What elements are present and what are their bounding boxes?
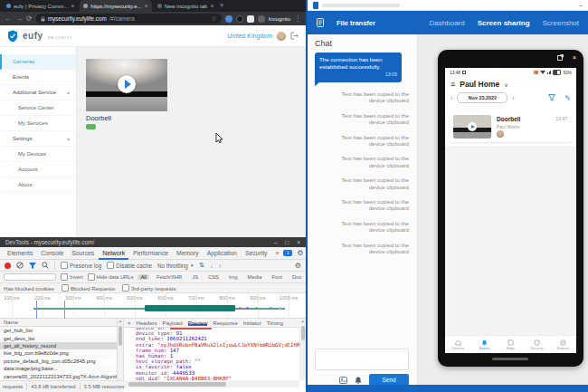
invert-checkbox[interactable]: Invert (61, 273, 83, 281)
camera-thumbnail[interactable] (86, 59, 167, 111)
edit-icon[interactable]: ✎ (564, 94, 571, 102)
detail-tab-headers[interactable]: Headers (137, 320, 157, 326)
detail-scrollbar[interactable]: ▲ (299, 319, 306, 380)
phone-tab-events[interactable]: Events (471, 336, 498, 353)
blocked-requests-checkbox[interactable]: Blocked Requests (62, 284, 115, 292)
phone-tab-edge[interactable]: Edge (498, 336, 524, 353)
detail-tab-preview[interactable]: Preview (188, 320, 208, 326)
prev-day-icon[interactable]: ‹ (450, 95, 452, 101)
preserve-log-checkbox[interactable]: Preserve log (61, 262, 101, 269)
date-pill[interactable]: Nov 23,2022 (457, 92, 507, 103)
filter-type-all[interactable]: All (138, 274, 148, 280)
nav-screen-sharing[interactable]: Screen sharing (478, 19, 530, 27)
file-transfer-button[interactable]: File transfer (337, 19, 375, 27)
filter-input[interactable] (4, 273, 56, 281)
reload-icon[interactable]: ⟳ (26, 12, 33, 25)
event-thumbnail[interactable] (453, 115, 491, 139)
request-row[interactable]: picture_default_big_con.d05c2845.png (0, 358, 117, 365)
phone-tab-explore[interactable]: Explore (550, 336, 576, 353)
network-overview-timeline[interactable]: 100 ms 200 ms 300 ms 400 ms 500 ms 600 m… (0, 293, 306, 319)
request-row-selected[interactable]: get_all_history_record (0, 342, 117, 349)
tab-close-icon[interactable]: × (210, 3, 213, 9)
network-settings-gear-icon[interactable]: ⚙ (295, 262, 301, 270)
settings-gear-icon[interactable]: ⚙ (297, 249, 303, 257)
record-icon[interactable] (5, 263, 11, 269)
sidebar-item-events[interactable]: Events (0, 70, 76, 85)
devtools-tab-network[interactable]: Network (99, 247, 128, 260)
devtools-tab-security[interactable]: Security (242, 247, 271, 260)
home-title[interactable]: Paul Home (460, 80, 499, 89)
search-icon[interactable] (42, 262, 49, 269)
bookmark-star-icon[interactable]: ☆ (211, 15, 216, 23)
network-conditions-icon[interactable]: ⇅ (199, 262, 204, 269)
address-bar[interactable]: mysecurity.eufylife.com /#/camera ☆ (36, 14, 222, 24)
close-icon[interactable]: × (297, 239, 300, 245)
devtools-tab-elements[interactable]: Elements (4, 247, 36, 260)
next-day-icon[interactable]: › (512, 95, 514, 101)
issues-badge[interactable]: 1 (283, 250, 292, 256)
browser-tab-privacy[interactable]: eufy | Privacy Comm... × (3, 0, 78, 12)
devtools-tab-sources[interactable]: Sources (68, 247, 98, 260)
sidebar-item-additional-service[interactable]: Additional Service▲ (0, 85, 76, 100)
filter-type-img[interactable]: Img (226, 274, 241, 280)
mirrored-phone[interactable]: × 13:48 63% ≡ Paul Home ∨ (438, 50, 583, 367)
sidebar-item-cameras[interactable]: Cameras (0, 54, 76, 70)
account-avatar[interactable] (277, 32, 286, 41)
tab-close-icon[interactable]: × (145, 3, 148, 9)
forward-icon[interactable]: → (15, 12, 23, 25)
filter-type-media[interactable]: Media (245, 274, 265, 280)
devtools-tab-memory[interactable]: Memory (173, 247, 203, 260)
sidebar-item-my-devices[interactable]: My Devices (0, 147, 76, 162)
request-row[interactable]: get_devs_list (0, 334, 117, 341)
event-card[interactable]: Doorbell Paul Moore 13:47 (450, 111, 572, 142)
browser-tab-mysecurity[interactable]: https://mysecurity.e... × (80, 0, 151, 12)
maximize-icon[interactable]: □ (285, 239, 289, 245)
detail-tab-initiator[interactable]: Initiator (243, 320, 261, 326)
sidebar-item-about[interactable]: About (0, 177, 76, 193)
nav-dashboard[interactable]: Dashboard (430, 19, 465, 27)
detail-tab-response[interactable]: Response (213, 320, 237, 326)
sidebar-item-service-center[interactable]: Service Center (0, 100, 76, 116)
has-blocked-cookies-label[interactable]: Has blocked cookies (4, 285, 54, 292)
tab-close-icon[interactable]: × (71, 3, 74, 9)
export-har-icon[interactable]: ↑ (218, 263, 221, 269)
phone-tab-security[interactable]: Security (524, 336, 550, 353)
close-icon[interactable]: × (573, 54, 576, 62)
request-row[interactable]: live_big_con.b9e8c0de.png (0, 349, 117, 357)
request-row[interactable]: camera00_20221123134733.jpg?X-Amz-Algori… (0, 372, 117, 379)
sidebar-item-my-services[interactable]: My Services (0, 116, 76, 131)
phone-tab-devices[interactable]: Devices (445, 336, 471, 353)
play-button[interactable] (468, 122, 477, 131)
event-filter-icon[interactable] (548, 94, 555, 101)
more-tabs-icon[interactable]: » (271, 247, 282, 260)
browser-tab-new-incognito[interactable]: New incognito tab × (154, 0, 218, 12)
minimize-icon[interactable]: – (274, 239, 278, 245)
third-party-checkbox[interactable]: 3rd-party requests (122, 284, 175, 292)
filter-type-doc[interactable]: Doc (289, 274, 304, 280)
devtools-tab-console[interactable]: Console (37, 247, 67, 260)
detail-horizontal-scrollbar[interactable] (124, 380, 299, 387)
extensions-puzzle-icon[interactable] (236, 15, 243, 23)
side-panel-icon[interactable] (247, 15, 254, 23)
devtools-tab-application[interactable]: Application (204, 247, 241, 260)
filter-type-font[interactable]: Font (269, 274, 285, 280)
nav-screenshot[interactable]: Screenshot (543, 19, 579, 27)
detail-tab-payload[interactable]: Payload (163, 320, 183, 326)
new-tab-button[interactable]: + (219, 0, 223, 12)
chat-input[interactable] (315, 349, 409, 370)
filter-funnel-icon[interactable] (29, 263, 36, 269)
minimize-icon[interactable]: – (579, 2, 583, 8)
phone-screen[interactable]: 13:48 63% ≡ Paul Home ∨ ‹ (445, 68, 576, 353)
detail-tab-timing[interactable]: Timing (267, 320, 283, 326)
devtools-tab-performance[interactable]: Performance (129, 247, 172, 260)
clear-icon[interactable] (16, 262, 24, 269)
close-detail-icon[interactable]: × (128, 320, 131, 326)
logout-icon[interactable] (290, 32, 299, 40)
filter-type-js[interactable]: JS (189, 274, 201, 280)
hamburger-menu-icon[interactable]: ≡ (450, 80, 455, 89)
import-har-icon[interactable]: ↓ (210, 263, 213, 269)
request-list-scrollbar[interactable]: ▲ (118, 319, 124, 380)
sidebar-item-settings[interactable]: Settings▲ (0, 131, 76, 147)
browser-menu-icon[interactable]: ⋮ (294, 12, 301, 25)
throttling-select[interactable]: No throttling▼ (157, 263, 194, 269)
